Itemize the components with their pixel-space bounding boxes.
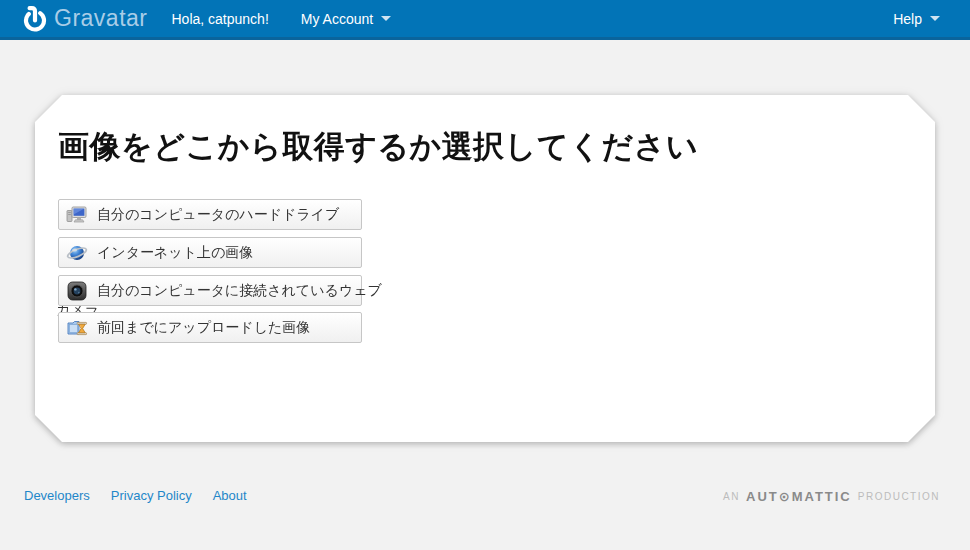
webcam-icon bbox=[66, 280, 88, 302]
help-label: Help bbox=[893, 11, 922, 27]
my-account-menu[interactable]: My Account bbox=[301, 11, 391, 27]
navbar-right: Help bbox=[893, 10, 940, 28]
gravatar-logo-link[interactable]: Gravatar bbox=[22, 6, 147, 32]
chevron-down-icon bbox=[930, 16, 940, 21]
greeting-text: Hola, catpunch! bbox=[171, 11, 268, 27]
button-label: 自分のコンピュータのハードドライブ bbox=[97, 206, 339, 224]
footer-link-about[interactable]: About bbox=[213, 488, 247, 503]
credit-suffix: PRODUCTION bbox=[858, 491, 940, 502]
my-account-label: My Account bbox=[301, 11, 373, 27]
content-card: 画像をどこから取得するか選択してください 自分のコンピュータのハードドライブ bbox=[35, 95, 935, 442]
footer-links: Developers Privacy Policy About bbox=[24, 488, 247, 503]
footer-link-privacy-policy[interactable]: Privacy Policy bbox=[111, 488, 192, 503]
gravatar-brand-text: Gravatar bbox=[54, 7, 147, 30]
top-navbar: Gravatar Hola, catpunch! My Account Help bbox=[0, 0, 970, 40]
computer-icon bbox=[66, 204, 88, 226]
previously-uploaded-button[interactable]: 前回までにアップロードした画像 bbox=[58, 312, 362, 343]
upload-from-hard-drive-button[interactable]: 自分のコンピュータのハードドライブ bbox=[58, 199, 362, 230]
help-menu[interactable]: Help bbox=[893, 11, 940, 27]
gravatar-logo-icon bbox=[22, 6, 48, 32]
page-title: 画像をどこから取得するか選択してください bbox=[58, 126, 698, 168]
automattic-logo-text: AUT⊙MATTIC bbox=[746, 489, 852, 504]
chevron-down-icon bbox=[381, 16, 391, 21]
navbar-left: Gravatar Hola, catpunch! My Account bbox=[22, 6, 391, 32]
button-label: 前回までにアップロードした画像 bbox=[97, 319, 310, 337]
webcam-capture-button[interactable]: 自分のコンピュータに接続されているウェブ bbox=[58, 275, 362, 306]
globe-icon bbox=[66, 242, 88, 264]
footer-link-developers[interactable]: Developers bbox=[24, 488, 90, 503]
image-from-internet-button[interactable]: インターネット上の画像 bbox=[58, 237, 362, 268]
credit-prefix: AN bbox=[723, 491, 740, 502]
automattic-credit: AN AUT⊙MATTIC PRODUCTION bbox=[723, 489, 940, 504]
button-label: 自分のコンピュータに接続されているウェブ bbox=[97, 282, 382, 300]
button-label: インターネット上の画像 bbox=[97, 244, 253, 262]
content-card-wrapper: 画像をどこから取得するか選択してください 自分のコンピュータのハードドライブ bbox=[35, 95, 935, 442]
uploaded-history-icon bbox=[66, 317, 88, 339]
